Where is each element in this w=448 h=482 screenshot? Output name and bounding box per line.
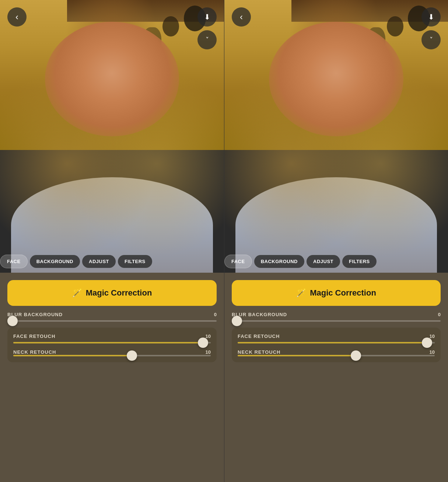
left-tab-face[interactable]: FACE (0, 255, 28, 268)
left-download-button[interactable]: ⬇ (197, 7, 217, 27)
right-magic-label: Magic Correction (310, 288, 376, 298)
left-face-retouch-thumb[interactable] (198, 338, 208, 348)
right-neck-retouch-thumb[interactable] (351, 350, 361, 361)
right-right-buttons: ⬇ ˅ (421, 7, 441, 49)
right-top-buttons: ‹ ⬇ ˅ (224, 7, 448, 49)
left-download-icon: ⬇ (204, 13, 210, 21)
right-magic-icon: 🪄 (296, 288, 306, 298)
right-tab-filters[interactable]: FILTERS (342, 255, 377, 268)
left-panel: ‹ ⬇ ˅ FACE BACKGROUND ADJUST (0, 0, 224, 482)
left-photo-area: ‹ ⬇ ˅ FACE BACKGROUND ADJUST (0, 0, 224, 273)
left-face-retouch-label-row: FACE RETOUCH 10 (13, 333, 211, 339)
right-download-button[interactable]: ⬇ (421, 7, 441, 27)
left-neck-retouch-fill (13, 355, 132, 356)
left-neck-retouch-track[interactable] (13, 355, 211, 356)
left-chevron-button[interactable]: ˅ (197, 30, 217, 49)
left-top-buttons: ‹ ⬇ ˅ (0, 7, 224, 49)
left-blur-label: BLUR BACKGROUND (7, 312, 63, 317)
left-magic-correction-button[interactable]: 🪄 Magic Correction (7, 280, 217, 306)
right-blur-label: BLUR BACKGROUND (232, 312, 287, 317)
right-tab-bar: FACE BACKGROUND ADJUST FILTERS (224, 255, 448, 273)
left-back-button[interactable]: ‹ (7, 7, 27, 27)
left-blur-background-section: BLUR BACKGROUND 0 (7, 312, 217, 322)
right-tab-background[interactable]: BACKGROUND (254, 255, 304, 268)
right-blur-label-row: BLUR BACKGROUND 0 (232, 312, 441, 317)
left-blur-thumb[interactable] (7, 316, 18, 326)
right-back-button[interactable]: ‹ (232, 7, 251, 27)
left-back-icon: ‹ (15, 12, 18, 22)
right-tab-face[interactable]: FACE (224, 255, 252, 268)
left-neck-retouch-label-row: NECK RETOUCH 10 (13, 349, 211, 355)
left-face-retouch-box: FACE RETOUCH 10 NECK RETOUCH 10 (7, 328, 217, 362)
right-chevron-icon: ˅ (430, 36, 433, 44)
right-face-retouch-label-row: FACE RETOUCH 10 (238, 333, 435, 339)
right-blur-background-section: BLUR BACKGROUND 0 (232, 312, 441, 322)
right-bottom-panel: 🪄 Magic Correction BLUR BACKGROUND 0 FAC… (224, 273, 448, 482)
left-blur-track[interactable] (7, 320, 217, 322)
left-magic-icon: 🪄 (72, 288, 82, 298)
right-face-retouch-fill (238, 342, 427, 343)
right-chevron-button[interactable]: ˅ (421, 30, 441, 49)
left-tab-filters[interactable]: FILTERS (118, 255, 152, 268)
left-bottom-panel: 🪄 Magic Correction BLUR BACKGROUND 0 FAC… (0, 273, 224, 482)
right-photo-area: ‹ ⬇ ˅ FACE BACKGROUND ADJUST (224, 0, 448, 273)
left-neck-retouch-thumb[interactable] (127, 350, 137, 361)
right-neck-retouch-label-row: NECK RETOUCH 10 (238, 349, 435, 355)
right-neck-retouch-fill (238, 355, 356, 356)
left-chevron-icon: ˅ (206, 36, 209, 44)
right-face-retouch-label: FACE RETOUCH (238, 333, 280, 339)
left-blur-value: 0 (214, 312, 217, 317)
right-back-icon: ‹ (240, 12, 243, 22)
left-tab-bar: FACE BACKGROUND ADJUST FILTERS (0, 255, 224, 273)
left-face-retouch-label: FACE RETOUCH (13, 333, 55, 339)
right-magic-correction-button[interactable]: 🪄 Magic Correction (232, 280, 441, 306)
right-panel: ‹ ⬇ ˅ FACE BACKGROUND ADJUST (224, 0, 448, 482)
left-blur-label-row: BLUR BACKGROUND 0 (7, 312, 217, 317)
right-neck-retouch-track[interactable] (238, 355, 435, 356)
right-download-icon: ⬇ (428, 13, 434, 21)
right-tab-adjust[interactable]: ADJUST (307, 255, 340, 268)
right-neck-retouch-label: NECK RETOUCH (238, 349, 281, 355)
right-face-retouch-track[interactable] (238, 342, 435, 343)
left-face-retouch-track[interactable] (13, 342, 211, 343)
left-tab-background[interactable]: BACKGROUND (30, 255, 80, 268)
left-neck-retouch-label: NECK RETOUCH (13, 349, 56, 355)
right-blur-track[interactable] (232, 320, 441, 322)
left-face-retouch-value: 10 (206, 333, 211, 339)
left-neck-retouch-value: 10 (206, 349, 211, 355)
right-neck-retouch-section: NECK RETOUCH 10 (238, 349, 435, 356)
left-magic-label: Magic Correction (86, 288, 152, 298)
right-face-retouch-thumb[interactable] (422, 338, 432, 348)
right-neck-retouch-value: 10 (430, 349, 435, 355)
right-blur-value: 0 (438, 312, 441, 317)
right-blur-thumb[interactable] (232, 316, 242, 326)
left-tab-adjust[interactable]: ADJUST (82, 255, 116, 268)
left-face-retouch-fill (13, 342, 203, 343)
left-neck-retouch-section: NECK RETOUCH 10 (13, 349, 211, 356)
right-face-retouch-value: 10 (430, 333, 435, 339)
left-right-buttons: ⬇ ˅ (197, 7, 217, 49)
right-face-retouch-box: FACE RETOUCH 10 NECK RETOUCH 10 (232, 328, 441, 362)
